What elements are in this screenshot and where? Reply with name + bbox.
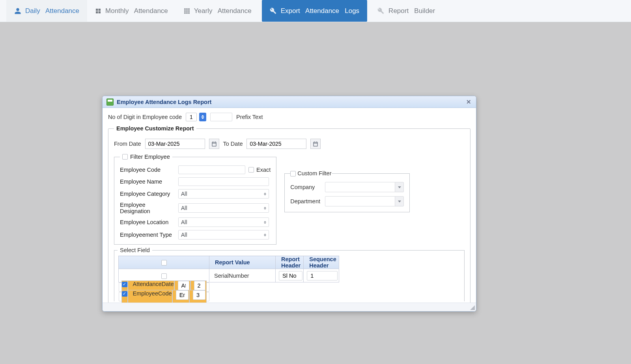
from-date-input[interactable]	[145, 139, 205, 149]
sequence-header-input[interactable]	[193, 290, 205, 300]
prefix-label: Prefix Text	[236, 114, 263, 120]
select-all-checkbox[interactable]	[161, 260, 167, 266]
digit-label: No of Digit in Employee code	[108, 114, 182, 120]
select-value: All	[181, 205, 187, 211]
exact-wrap: Exact	[248, 167, 271, 173]
col-report-value[interactable]: Report Value	[209, 256, 276, 269]
svg-rect-4	[184, 8, 185, 9]
calendar-icon	[211, 141, 217, 147]
select-arrows-icon	[264, 234, 266, 236]
select-field-group: Select Field Report Value Report Header …	[114, 247, 465, 301]
from-date-calendar-button[interactable]	[209, 139, 219, 149]
grid4-icon	[95, 8, 101, 14]
svg-rect-5	[186, 8, 187, 9]
custom-filter-group: Custom Filter Company Department	[284, 170, 410, 212]
to-date-input[interactable]	[246, 139, 306, 149]
prefix-text-input[interactable]	[210, 113, 232, 121]
svg-rect-2	[96, 11, 98, 13]
svg-rect-9	[188, 10, 189, 11]
select-field-legend: Select Field	[118, 247, 152, 253]
dialog-employee-attendance-logs-report: Employee Attendance Logs Report ✕ No of …	[102, 96, 476, 312]
row-checkbox[interactable]	[122, 282, 127, 287]
col-sequence-header[interactable]: Sequence Header	[304, 256, 339, 269]
col-report-header[interactable]: Report Header	[276, 256, 304, 269]
employee-category-select[interactable]: All	[178, 189, 269, 199]
company-combo[interactable]	[325, 182, 404, 192]
employee-customize-report-group: Employee Customize Report From Date To D…	[108, 125, 470, 303]
tab-export-attendance-logs[interactable]: Export Attendance Logs	[262, 0, 367, 22]
select-arrows-icon	[264, 207, 266, 210]
select-value: All	[181, 219, 187, 225]
svg-rect-11	[186, 12, 187, 13]
filter-employee-checkbox[interactable]	[122, 154, 128, 160]
row-checkbox[interactable]	[161, 273, 167, 279]
report-header-input[interactable]	[279, 271, 302, 280]
dialog-footer	[103, 303, 476, 311]
employment-type-select[interactable]: All	[178, 230, 269, 240]
digit-input[interactable]	[186, 113, 197, 121]
tab-daily-attendance[interactable]: Daily Attendance	[6, 0, 87, 22]
report-value-cell: SerialNumber	[209, 269, 276, 282]
digit-spin-buttons[interactable]	[199, 113, 206, 121]
report-icon	[106, 98, 114, 106]
filter-employee-legend: Filter Employee	[120, 154, 172, 160]
employee-name-label: Employee Name	[120, 178, 175, 185]
calendar-icon	[312, 141, 319, 147]
employee-code-input[interactable]	[178, 165, 245, 174]
employee-designation-select[interactable]: All	[178, 203, 269, 213]
tab-yearly-attendance[interactable]: Yearly Attendance	[176, 0, 259, 22]
tab-monthly-attendance[interactable]: Monthly Attendance	[87, 0, 176, 22]
employee-location-label: Employee Location	[120, 219, 175, 225]
svg-rect-10	[184, 12, 185, 13]
report-header-input[interactable]	[176, 290, 189, 300]
to-date-label: To Date	[223, 141, 243, 147]
canvas: Employee Attendance Logs Report ✕ No of …	[0, 22, 631, 364]
grid9-icon	[184, 8, 190, 14]
custom-filter-checkbox[interactable]	[290, 171, 296, 176]
employee-location-select[interactable]: All	[178, 217, 269, 227]
svg-rect-6	[188, 8, 189, 9]
dialog-body: No of Digit in Employee code Prefix Text…	[103, 108, 476, 303]
header-checkbox-cell[interactable]	[119, 256, 209, 269]
wrench-icon	[270, 7, 277, 15]
employee-name-input[interactable]	[178, 177, 269, 186]
tab-label: Daily Attendance	[25, 7, 79, 15]
table-header-row: Report Value Report Header Sequence Head…	[119, 256, 339, 269]
svg-rect-8	[186, 10, 187, 11]
department-combo[interactable]	[325, 196, 404, 206]
sequence-header-input[interactable]	[307, 271, 338, 280]
filter-employee-legend-text: Filter Employee	[130, 154, 170, 160]
svg-rect-0	[96, 9, 98, 11]
exact-checkbox[interactable]	[248, 167, 254, 173]
svg-rect-7	[184, 10, 185, 11]
close-icon[interactable]: ✕	[465, 98, 472, 106]
select-field-table: Report Value Report Header Sequence Head…	[118, 256, 339, 301]
employment-type-label: Employeement Type	[120, 232, 175, 238]
resize-handle-icon[interactable]	[469, 305, 475, 310]
custom-filter-legend: Custom Filter	[290, 170, 331, 176]
tab-label: Yearly Attendance	[194, 7, 252, 15]
sequence-header-input[interactable]	[194, 281, 206, 290]
tab-label: Export Attendance Logs	[281, 7, 359, 15]
svg-rect-3	[99, 11, 101, 13]
tab-report-builder[interactable]: Report Builder	[370, 0, 443, 22]
table-row[interactable]: EmployeeCode	[119, 292, 209, 301]
top-options-row: No of Digit in Employee code Prefix Text	[108, 113, 470, 121]
dates-row: From Date To Date	[114, 139, 465, 149]
svg-rect-12	[188, 12, 189, 13]
row-checkbox[interactable]	[122, 291, 127, 297]
dialog-titlebar[interactable]: Employee Attendance Logs Report ✕	[103, 96, 476, 108]
top-tabbar: Daily Attendance Monthly Attendance Year…	[0, 0, 631, 22]
chevron-down-icon	[395, 197, 403, 206]
to-date-calendar-button[interactable]	[310, 139, 321, 149]
custom-filter-legend-text: Custom Filter	[297, 170, 331, 176]
department-label: Department	[290, 198, 322, 204]
employee-designation-label: Employee Designation	[120, 202, 175, 214]
employee-code-label: Employee Code	[120, 167, 175, 173]
dialog-title-text: Employee Attendance Logs Report	[117, 99, 211, 105]
report-header-input[interactable]	[178, 281, 190, 290]
select-arrows-icon	[264, 193, 266, 195]
select-arrows-icon	[264, 221, 266, 224]
tab-label: Report Builder	[388, 7, 435, 15]
employee-category-label: Employee Category	[120, 191, 175, 197]
